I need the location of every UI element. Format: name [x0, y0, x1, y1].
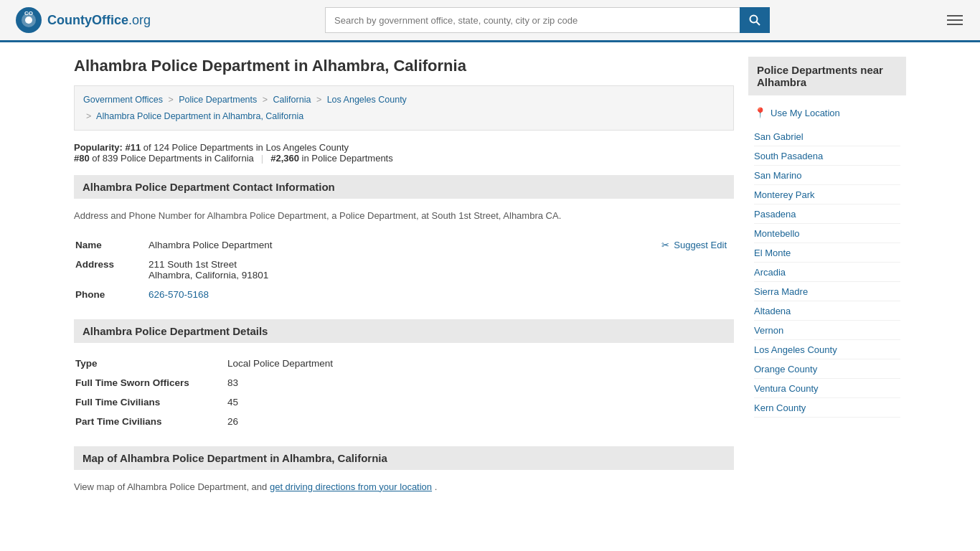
sidebar-link-monterey-park[interactable]: Monterey Park — [754, 189, 815, 200]
phone-label: Phone — [75, 286, 147, 303]
list-item: San Gabriel — [754, 127, 900, 146]
sidebar-link-kern-county[interactable]: Kern County — [754, 402, 806, 413]
type-value: Local Police Department — [227, 354, 732, 372]
breadcrumb-item-current[interactable]: Alhambra Police Department in Alhambra, … — [96, 111, 303, 121]
phone-link[interactable]: 626-570-5168 — [149, 289, 209, 300]
breadcrumb-sep: > — [86, 111, 91, 121]
details-table: Type Local Police Department Full Time S… — [74, 353, 734, 432]
fulltime-civ-value: 45 — [227, 393, 732, 411]
details-section-header: Alhambra Police Department Details — [74, 319, 734, 343]
search-icon — [749, 14, 760, 26]
sidebar-link-sierra-madre[interactable]: Sierra Madre — [754, 286, 808, 297]
contact-description: Address and Phone Number for Alhambra Po… — [74, 209, 734, 223]
sidebar-link-san-marino[interactable]: San Marino — [754, 170, 801, 181]
sidebar-link-la-county[interactable]: Los Angeles County — [754, 344, 837, 355]
menu-line — [947, 19, 963, 21]
sidebar-link-el-monte[interactable]: El Monte — [754, 248, 791, 258]
list-item: Arcadia — [754, 263, 900, 282]
popularity-rank1: #11 — [126, 142, 141, 153]
breadcrumb-item-gov[interactable]: Government Offices — [83, 95, 163, 105]
sidebar-link-altadena[interactable]: Altadena — [754, 306, 791, 316]
content-area: Alhambra Police Department in Alhambra, … — [74, 57, 734, 494]
table-row: Type Local Police Department — [75, 354, 732, 372]
popularity-rank3: #2,360 in Police Departments — [270, 153, 393, 164]
contact-section-header: Alhambra Police Department Contact Infor… — [74, 175, 734, 199]
address-line2: Alhambra, California, 91801 — [149, 270, 727, 281]
sidebar-link-south-pasadena[interactable]: South Pasadena — [754, 151, 823, 161]
list-item: Sierra Madre — [754, 282, 900, 301]
contact-table: Name Alhambra Police Department ✂ Sugges… — [74, 235, 734, 305]
driving-directions-link[interactable]: get driving directions from your locatio… — [270, 481, 432, 492]
sidebar: Police Departments near Alhambra 📍 Use M… — [748, 57, 906, 494]
parttime-civ-value: 26 — [227, 413, 732, 430]
sidebar-link-san-gabriel[interactable]: San Gabriel — [754, 131, 804, 142]
sidebar-link-montebello[interactable]: Montebello — [754, 228, 800, 239]
list-item: Monterey Park — [754, 185, 900, 204]
menu-line — [947, 15, 963, 17]
name-label: Name — [75, 236, 147, 254]
sidebar-link-arcadia[interactable]: Arcadia — [754, 267, 786, 278]
breadcrumb-item-police[interactable]: Police Departments — [179, 95, 257, 105]
search-area — [325, 7, 770, 33]
address-value: 211 South 1st Street Alhambra, Californi… — [149, 255, 732, 284]
popularity-line2: #80 of 839 Police Departments in Califor… — [74, 153, 734, 164]
fulltime-sworn-label: Full Time Sworn Officers — [75, 374, 226, 392]
suggest-edit-link[interactable]: ✂ Suggest Edit — [661, 240, 727, 250]
menu-line — [947, 24, 963, 25]
list-item: South Pasadena — [754, 146, 900, 166]
list-item: Kern County — [754, 398, 900, 418]
list-item: Ventura County — [754, 379, 900, 398]
logo[interactable]: CO CountyOffice.org — [14, 6, 151, 34]
map-section-header: Map of Alhambra Police Department in Alh… — [74, 446, 734, 470]
breadcrumb-item-california[interactable]: California — [273, 95, 311, 105]
list-item: Vernon — [754, 321, 900, 340]
popularity-rank2: #80 of 839 Police Departments in Califor… — [74, 153, 254, 164]
table-row: Phone 626-570-5168 — [75, 286, 732, 303]
edit-icon: ✂ — [661, 240, 669, 250]
pop-divider: | — [261, 153, 263, 164]
svg-line-5 — [757, 22, 760, 26]
popularity-label: Popularity: — [74, 142, 123, 153]
parttime-civ-label: Part Time Civilians — [75, 413, 226, 430]
svg-point-2 — [25, 17, 32, 24]
table-row: Address 211 South 1st Street Alhambra, C… — [75, 255, 732, 284]
svg-point-4 — [750, 16, 758, 23]
nearby-list: San Gabriel South Pasadena San Marino Mo… — [748, 127, 906, 418]
sidebar-link-ventura-county[interactable]: Ventura County — [754, 383, 819, 394]
page-title: Alhambra Police Department in Alhambra, … — [74, 57, 734, 75]
sidebar-link-vernon[interactable]: Vernon — [754, 325, 783, 336]
search-input[interactable] — [325, 7, 740, 33]
map-desc-end: . — [435, 481, 438, 492]
popularity-section: Popularity: #11 of 124 Police Department… — [74, 142, 734, 164]
sidebar-link-orange-county[interactable]: Orange County — [754, 364, 817, 375]
list-item: Altadena — [754, 301, 900, 321]
main-container: Alhambra Police Department in Alhambra, … — [60, 42, 920, 508]
list-item: Los Angeles County — [754, 340, 900, 359]
address-label: Address — [75, 255, 147, 284]
search-button[interactable] — [740, 7, 770, 33]
breadcrumb-sep: > — [263, 95, 268, 105]
location-pin-icon: 📍 — [754, 107, 766, 118]
fulltime-civ-label: Full Time Civilians — [75, 393, 226, 411]
menu-button[interactable] — [944, 12, 966, 28]
map-desc-text: View map of Alhambra Police Department, … — [74, 481, 267, 492]
list-item: San Marino — [754, 166, 900, 185]
sidebar-title: Police Departments near Alhambra — [748, 57, 906, 95]
breadcrumb-item-lacounty[interactable]: Los Angeles County — [327, 95, 407, 105]
breadcrumb-sep: > — [316, 95, 321, 105]
svg-text:CO: CO — [24, 10, 33, 17]
table-row: Name Alhambra Police Department ✂ Sugges… — [75, 236, 732, 254]
type-label: Type — [75, 354, 226, 372]
popularity-rank1-text: of 124 Police Departments in Los Angeles… — [143, 142, 349, 153]
list-item: El Monte — [754, 243, 900, 263]
use-location-row: 📍 Use My Location — [748, 103, 906, 123]
table-row: Part Time Civilians 26 — [75, 413, 732, 430]
table-row: Full Time Civilians 45 — [75, 393, 732, 411]
map-description: View map of Alhambra Police Department, … — [74, 480, 734, 494]
use-location-link[interactable]: Use My Location — [771, 108, 840, 118]
fulltime-sworn-value: 83 — [227, 374, 732, 392]
sidebar-link-pasadena[interactable]: Pasadena — [754, 209, 796, 220]
breadcrumb-sep: > — [168, 95, 173, 105]
site-header: CO CountyOffice.org — [0, 0, 980, 42]
name-value: Alhambra Police Department ✂ Suggest Edi… — [149, 236, 732, 254]
